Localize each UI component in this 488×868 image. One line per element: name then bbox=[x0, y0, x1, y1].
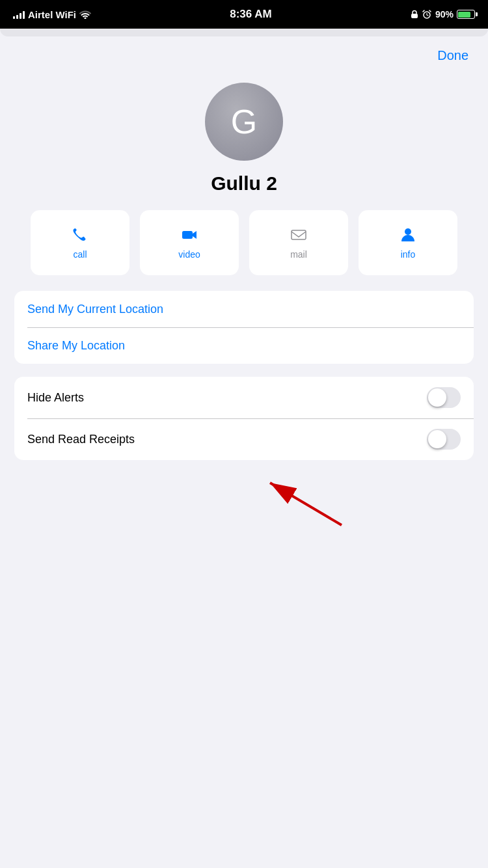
video-label: video bbox=[178, 249, 200, 260]
avatar: G bbox=[205, 83, 283, 161]
call-button[interactable]: call bbox=[31, 210, 129, 275]
mail-label: mail bbox=[290, 249, 307, 260]
status-left: Airtel WiFi bbox=[13, 9, 91, 20]
mail-button[interactable]: mail bbox=[249, 210, 348, 275]
info-button[interactable]: info bbox=[359, 210, 457, 275]
svg-point-4 bbox=[405, 228, 411, 235]
alarm-icon bbox=[422, 10, 432, 19]
send-location-row[interactable]: Send My Current Location bbox=[14, 291, 474, 327]
hide-alerts-row: Hide Alerts bbox=[14, 377, 474, 418]
svg-line-6 bbox=[270, 483, 342, 525]
contact-name: Gullu 2 bbox=[211, 172, 277, 195]
video-icon bbox=[180, 226, 198, 244]
svg-rect-2 bbox=[182, 231, 193, 239]
send-location-label: Send My Current Location bbox=[27, 303, 461, 316]
svg-rect-3 bbox=[291, 230, 306, 239]
battery-percent: 90% bbox=[435, 9, 454, 20]
settings-card: Hide Alerts Send Read Receipts bbox=[14, 377, 474, 460]
lock-icon bbox=[411, 10, 418, 19]
done-button[interactable]: Done bbox=[437, 48, 468, 63]
toggle-knob-2 bbox=[428, 430, 446, 448]
arrow-annotation bbox=[0, 473, 488, 551]
wifi-icon bbox=[79, 10, 91, 19]
call-label: call bbox=[73, 249, 87, 260]
info-label: info bbox=[401, 249, 416, 260]
share-location-row[interactable]: Share My Location bbox=[14, 327, 474, 364]
send-read-receipts-label: Send Read Receipts bbox=[27, 433, 427, 446]
status-right: 90% bbox=[411, 9, 475, 20]
mail-icon bbox=[290, 226, 308, 244]
video-button[interactable]: video bbox=[140, 210, 239, 275]
battery-icon bbox=[457, 10, 475, 19]
person-icon bbox=[399, 226, 417, 244]
red-arrow-icon bbox=[231, 473, 361, 538]
carrier-label: Airtel WiFi bbox=[28, 9, 76, 20]
send-read-receipts-row: Send Read Receipts bbox=[14, 418, 474, 460]
hide-alerts-toggle[interactable] bbox=[427, 387, 461, 408]
header-bar: Done bbox=[0, 36, 488, 70]
top-strip bbox=[0, 29, 488, 36]
send-read-receipts-toggle[interactable] bbox=[427, 429, 461, 450]
signal-icon bbox=[13, 10, 25, 19]
svg-rect-0 bbox=[411, 14, 418, 18]
avatar-section: G Gullu 2 bbox=[0, 70, 488, 210]
status-bar: Airtel WiFi 8:36 AM 90% bbox=[0, 0, 488, 29]
phone-icon bbox=[71, 226, 89, 244]
action-buttons-row: call video mail info bbox=[0, 210, 488, 291]
avatar-initial: G bbox=[231, 102, 257, 141]
toggle-knob bbox=[428, 388, 446, 407]
main-content: Done G Gullu 2 call video bbox=[0, 29, 488, 868]
share-location-label: Share My Location bbox=[27, 339, 461, 353]
hide-alerts-label: Hide Alerts bbox=[27, 391, 427, 405]
time-display: 8:36 AM bbox=[230, 8, 272, 21]
location-card: Send My Current Location Share My Locati… bbox=[14, 291, 474, 364]
